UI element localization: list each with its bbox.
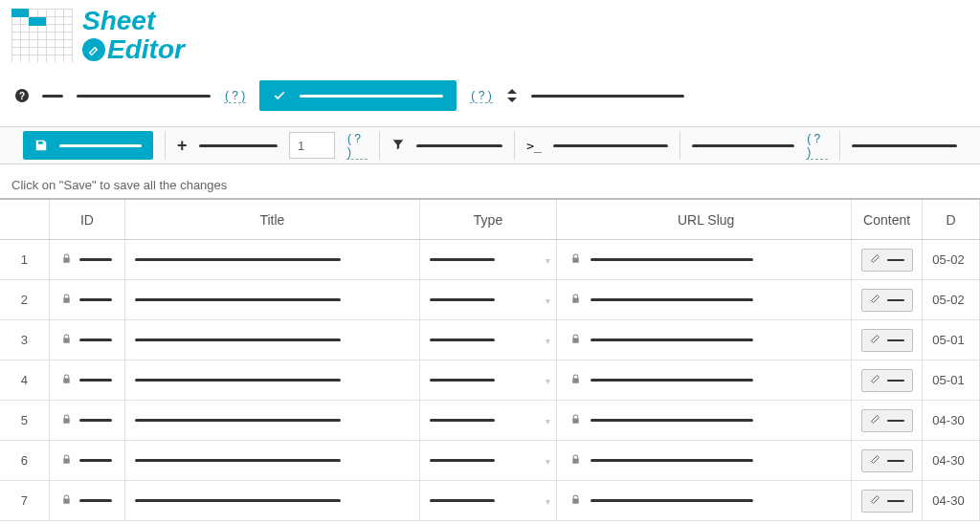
cell-url-slug[interactable]: [557, 481, 851, 520]
filter-icon[interactable]: [391, 138, 405, 154]
cell-title[interactable]: [125, 481, 419, 520]
cell-id[interactable]: [50, 481, 125, 520]
terminal-icon[interactable]: >_: [526, 139, 542, 153]
cell-date[interactable]: 04-30: [923, 401, 980, 440]
button-label-redacted: [59, 144, 142, 147]
cell-date[interactable]: 05-01: [923, 360, 980, 400]
add-button[interactable]: +: [177, 136, 188, 156]
cell-id[interactable]: [50, 441, 125, 480]
edit-content-button[interactable]: [861, 449, 913, 472]
button-label-redacted: [887, 500, 904, 502]
cell-id[interactable]: [50, 240, 125, 279]
edit-content-button[interactable]: [861, 409, 913, 432]
col-title[interactable]: Title: [125, 200, 419, 240]
col-type[interactable]: Type: [420, 200, 558, 240]
lock-icon: [61, 453, 72, 469]
pencil-icon: [870, 453, 881, 468]
tooltip-link[interactable]: ( ? ): [470, 89, 492, 103]
col-slug[interactable]: URL Slug: [557, 200, 851, 240]
cell-text-redacted: [79, 499, 112, 502]
pencil-icon: [870, 252, 881, 267]
date-text: 04-30: [932, 493, 964, 508]
table-row: 4▾05-01: [0, 360, 980, 401]
cell-text-redacted: [590, 338, 753, 341]
cell-text-redacted: [590, 419, 753, 422]
cell-title[interactable]: [125, 240, 419, 279]
cell-url-slug[interactable]: [557, 401, 851, 440]
cell-date[interactable]: 05-02: [923, 240, 980, 279]
logo-line1: Sheet: [82, 8, 185, 34]
option-text-redacted: [42, 95, 63, 98]
dropdown-icon[interactable]: ▾: [546, 415, 550, 426]
cell-url-slug[interactable]: [557, 441, 851, 480]
cell-date[interactable]: 05-01: [923, 320, 980, 360]
cell-text-redacted: [79, 459, 112, 462]
cell-date[interactable]: 04-30: [923, 481, 980, 520]
dropdown-icon[interactable]: ▾: [546, 495, 550, 506]
grid-header-row: ID Title Type URL Slug Content D: [0, 200, 980, 240]
table-row: 3▾05-01: [0, 320, 980, 360]
active-option-pill[interactable]: [259, 80, 457, 111]
col-id[interactable]: ID: [50, 200, 125, 240]
cell-id[interactable]: [50, 280, 125, 319]
tooltip-link[interactable]: ( ? ): [806, 132, 828, 160]
cell-title[interactable]: [125, 441, 419, 480]
button-label-redacted: [887, 339, 904, 341]
cell-date[interactable]: 04-30: [923, 441, 980, 480]
dropdown-icon[interactable]: ▾: [546, 375, 550, 385]
save-button[interactable]: [23, 131, 153, 160]
cell-text-redacted: [135, 459, 341, 462]
col-content[interactable]: Content: [852, 200, 924, 240]
cell-type[interactable]: ▾: [420, 320, 558, 360]
help-icon[interactable]: ?: [15, 89, 29, 102]
cell-url-slug[interactable]: [557, 240, 851, 279]
edit-content-button[interactable]: [861, 289, 913, 312]
lock-icon: [570, 413, 581, 428]
cell-url-slug[interactable]: [557, 320, 851, 360]
cell-title[interactable]: [125, 280, 419, 319]
dropdown-icon[interactable]: ▾: [546, 455, 550, 466]
option-bar: ? ( ? ) ( ? ): [0, 71, 980, 126]
col-date[interactable]: D: [923, 200, 980, 240]
cell-url-slug[interactable]: [557, 360, 851, 400]
lock-icon: [61, 252, 72, 268]
sort-icon[interactable]: [506, 89, 518, 102]
save-icon: [34, 139, 48, 152]
dropdown-icon[interactable]: ▾: [546, 254, 550, 265]
tooltip-link[interactable]: ( ? ): [346, 132, 368, 160]
save-hint: Click on "Save" to save all the changes: [0, 164, 980, 198]
cell-type[interactable]: ▾: [420, 401, 558, 440]
cell-id[interactable]: [50, 401, 125, 440]
tooltip-link[interactable]: ( ? ): [224, 89, 246, 103]
edit-content-button[interactable]: [861, 490, 913, 513]
cell-content: [852, 401, 924, 440]
cell-title[interactable]: [125, 320, 419, 360]
logo-text: Sheet Editor: [82, 8, 185, 63]
cell-url-slug[interactable]: [557, 280, 851, 319]
cell-date[interactable]: 05-02: [923, 280, 980, 319]
page-number-input[interactable]: [289, 132, 335, 159]
cell-content: [852, 280, 924, 319]
cell-type[interactable]: ▾: [420, 441, 558, 480]
button-label-redacted: [887, 460, 904, 462]
button-label-redacted: [887, 259, 904, 261]
date-text: 05-02: [932, 293, 964, 307]
cell-type[interactable]: ▾: [420, 280, 558, 319]
cell-id[interactable]: [50, 320, 125, 360]
edit-content-button[interactable]: [861, 249, 913, 272]
cell-text-redacted: [590, 258, 753, 261]
cell-content: [852, 240, 924, 279]
cell-type[interactable]: ▾: [420, 360, 558, 400]
cell-type[interactable]: ▾: [420, 240, 558, 279]
dropdown-icon[interactable]: ▾: [546, 295, 550, 305]
edit-content-button[interactable]: [861, 369, 913, 392]
dropdown-icon[interactable]: ▾: [546, 335, 550, 345]
check-icon: [273, 89, 286, 102]
cell-type[interactable]: ▾: [420, 481, 558, 520]
edit-content-button[interactable]: [861, 329, 913, 352]
cell-title[interactable]: [125, 401, 419, 440]
cell-id[interactable]: [50, 360, 125, 400]
button-label-redacted: [887, 420, 904, 422]
date-text: 04-30: [932, 453, 964, 468]
cell-title[interactable]: [125, 360, 419, 400]
